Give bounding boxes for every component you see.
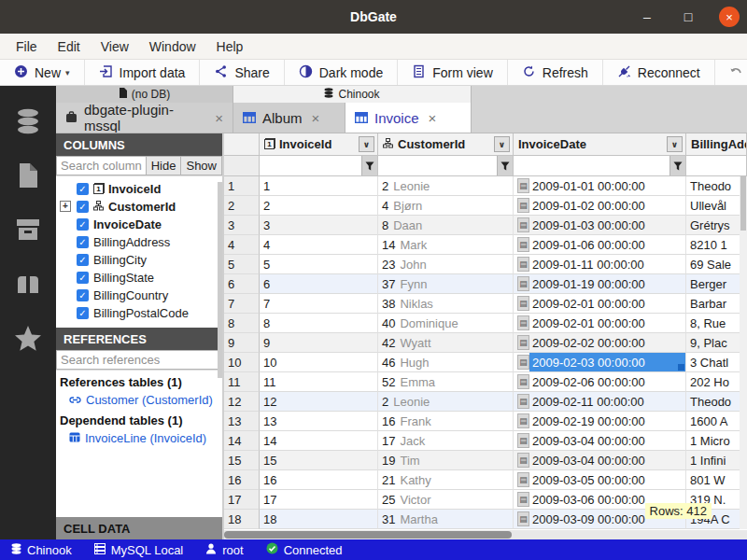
filter-input-invoiceid[interactable] <box>260 156 361 175</box>
detail-icon[interactable]: ▤ <box>517 257 529 272</box>
scrollbar-thumb[interactable] <box>740 176 746 231</box>
filter-input-invoicedate[interactable] <box>514 156 669 175</box>
refresh-button[interactable]: Refresh <box>508 60 603 85</box>
checkbox-checked-icon[interactable]: ✓ <box>77 307 89 319</box>
menu-view[interactable]: View <box>91 39 139 54</box>
expand-icon[interactable]: + <box>60 201 71 212</box>
invoiceid-cell[interactable]: 10 <box>260 353 378 372</box>
invoiceid-cell[interactable]: 7 <box>260 294 378 314</box>
customerid-cell[interactable]: 25 Victor <box>378 490 514 510</box>
checkbox-checked-icon[interactable]: ✓ <box>77 201 89 213</box>
invoiceid-cell[interactable]: 15 <box>260 451 378 470</box>
close-icon[interactable]: × <box>312 110 320 126</box>
rail-archive-button[interactable] <box>0 203 56 258</box>
detail-icon[interactable]: ▤ <box>517 492 529 507</box>
detail-icon[interactable]: ▤ <box>517 394 529 409</box>
column-item-billingcountry[interactable]: ✓ BillingCountry <box>56 287 222 304</box>
invoiceid-cell[interactable]: 12 <box>260 392 378 412</box>
row-number-cell[interactable]: 10 <box>224 353 260 372</box>
close-button[interactable]: × <box>719 7 740 27</box>
invoiceid-cell[interactable]: 6 <box>260 274 378 294</box>
invoiceid-cell[interactable]: 11 <box>260 372 378 392</box>
detail-icon[interactable]: ▤ <box>517 315 529 330</box>
detail-icon[interactable]: ▤ <box>517 296 529 311</box>
show-button[interactable]: Show <box>181 156 222 175</box>
dark-mode-button[interactable]: Dark mode <box>285 60 398 85</box>
row-number-cell[interactable]: 18 <box>224 510 260 529</box>
menu-edit[interactable]: Edit <box>48 39 91 54</box>
column-header-invoiceid[interactable]: 1 InvoiceId ∨ <box>260 133 378 156</box>
horizontal-scrollbar[interactable] <box>224 530 747 539</box>
row-number-cell[interactable]: 12 <box>224 392 260 412</box>
detail-icon[interactable]: ▤ <box>517 217 529 232</box>
rail-database-button[interactable] <box>0 95 56 149</box>
statusbar-user[interactable]: root <box>194 543 254 557</box>
share-button[interactable]: Share <box>200 60 284 85</box>
maximize-button[interactable]: □ <box>678 9 698 24</box>
statusbar-status[interactable]: Connected <box>255 542 354 557</box>
billingaddress-cell[interactable]: Theodo <box>686 392 747 412</box>
search-references-input[interactable] <box>56 350 222 370</box>
invoicedate-cell[interactable]: ▤ 2009-01-19 00:00:00 <box>514 274 686 294</box>
chevron-down-icon[interactable]: ∨ <box>494 136 510 152</box>
billingaddress-cell[interactable]: Berger <box>686 274 747 294</box>
customerid-cell[interactable]: 42 Wyatt <box>378 333 514 353</box>
invoiceid-cell[interactable]: 9 <box>260 333 378 353</box>
import-data-button[interactable]: Import data <box>85 60 201 85</box>
detail-icon[interactable]: ▤ <box>517 472 529 487</box>
minimize-button[interactable]: – <box>637 9 657 24</box>
customerid-cell[interactable]: 14 Mark <box>378 235 514 255</box>
close-icon[interactable]: × <box>215 110 223 126</box>
checkbox-checked-icon[interactable]: ✓ <box>77 254 89 266</box>
detail-icon[interactable]: ▤ <box>517 276 529 291</box>
customerid-cell[interactable]: 2 Leonie <box>378 176 514 196</box>
invoiceid-cell[interactable]: 1 <box>260 176 378 196</box>
invoicedate-cell[interactable]: ▤ 2009-02-06 00:00:00 <box>514 372 686 392</box>
row-number-cell[interactable]: 2 <box>224 196 260 216</box>
references-panel-header[interactable]: REFERENCES <box>56 328 222 350</box>
chevron-down-icon[interactable]: ∨ <box>667 136 683 152</box>
row-number-cell[interactable]: 13 <box>224 412 260 431</box>
column-item-customerid[interactable]: + ✓ CustomerId <box>56 198 222 216</box>
checkbox-checked-icon[interactable]: ✓ <box>77 272 89 284</box>
invoicedate-cell[interactable]: ▤ 2009-02-11 00:00:00 <box>514 392 686 412</box>
customerid-cell[interactable]: 23 John <box>378 255 514 274</box>
undo-button[interactable]: U <box>715 60 747 85</box>
customerid-cell[interactable]: 8 Daan <box>378 216 514 235</box>
customerid-cell[interactable]: 31 Martha <box>378 510 514 529</box>
customerid-cell[interactable]: 16 Frank <box>378 412 514 431</box>
column-item-invoicedate[interactable]: ✓ InvoiceDate <box>56 216 222 233</box>
customerid-cell[interactable]: 4 Bjørn <box>378 196 514 216</box>
invoicedate-cell[interactable]: ▤ 2009-03-05 00:00:00 <box>514 470 686 490</box>
form-view-button[interactable]: Form view <box>398 60 508 85</box>
customerid-cell[interactable]: 37 Fynn <box>378 274 514 294</box>
column-header-invoicedate[interactable]: InvoiceDate ∨ <box>514 133 686 156</box>
detail-icon[interactable]: ▤ <box>517 413 529 428</box>
detail-icon[interactable]: ▤ <box>517 453 529 468</box>
row-number-cell[interactable]: 5 <box>224 255 260 274</box>
reference-link-customer[interactable]: Customer (CustomerId) <box>56 391 222 409</box>
invoiceid-cell[interactable]: 4 <box>260 235 378 255</box>
row-number-cell[interactable]: 7 <box>224 294 260 314</box>
search-columns-input[interactable] <box>56 156 147 175</box>
billingaddress-cell[interactable]: Ullevål <box>686 196 747 216</box>
billingaddress-cell[interactable]: Theodo <box>686 176 747 196</box>
tab-dbgate-plugin-mssql[interactable]: dbgate-plugin-mssql × <box>56 103 233 133</box>
filter-funnel-icon[interactable] <box>669 156 685 175</box>
filter-funnel-icon[interactable] <box>361 156 377 175</box>
detail-icon[interactable]: ▤ <box>517 374 529 389</box>
row-number-cell[interactable]: 8 <box>224 314 260 333</box>
column-item-billingcity[interactable]: ✓ BillingCity <box>56 251 222 269</box>
customerid-cell[interactable]: 21 Kathy <box>378 470 514 490</box>
customerid-cell[interactable]: 2 Leonie <box>378 392 514 412</box>
rail-star-button[interactable] <box>0 312 56 366</box>
customerid-cell[interactable]: 52 Emma <box>378 372 514 392</box>
checkbox-checked-icon[interactable]: ✓ <box>77 218 89 231</box>
detail-icon[interactable]: ▤ <box>517 355 529 370</box>
dependent-link-invoiceline[interactable]: InvoiceLine (InvoiceId) <box>56 429 222 447</box>
detail-icon[interactable]: ▤ <box>517 433 529 448</box>
detail-icon[interactable]: ▤ <box>517 335 529 350</box>
invoiceid-cell[interactable]: 16 <box>260 470 378 490</box>
columns-panel-header[interactable]: COLUMNS <box>56 133 222 156</box>
row-number-cell[interactable]: 4 <box>224 235 260 255</box>
